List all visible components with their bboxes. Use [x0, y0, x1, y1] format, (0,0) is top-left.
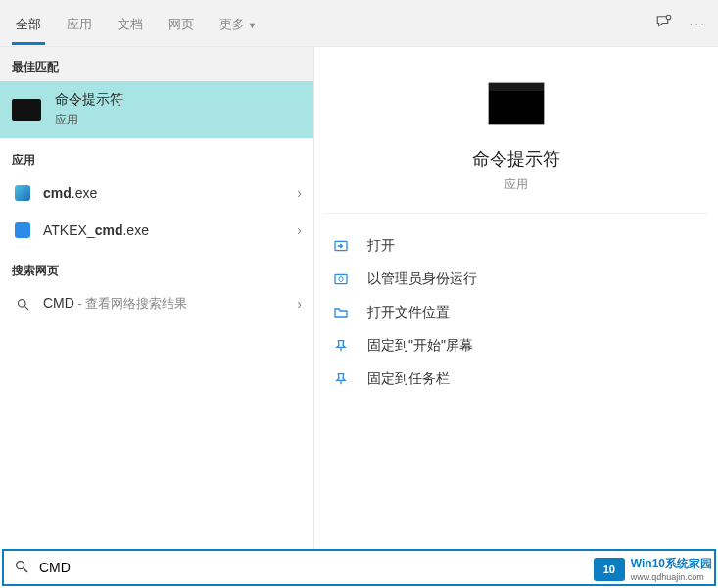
- app-icon: [14, 221, 31, 239]
- search-icon: [14, 295, 31, 313]
- action-run-admin[interactable]: 以管理员身份运行: [322, 263, 710, 296]
- action-list: 打开 以管理员身份运行 打开文件位置 固定到"开始"屏幕 固定到任务栏: [314, 214, 718, 412]
- web-search-result[interactable]: CMD - 查看网络搜索结果 ›: [0, 285, 313, 322]
- svg-line-8: [24, 568, 27, 572]
- best-match-item[interactable]: 命令提示符 应用: [0, 81, 313, 138]
- tab-apps[interactable]: 应用: [63, 2, 96, 44]
- svg-point-0: [667, 15, 672, 20]
- cmd-icon: [12, 99, 41, 121]
- chevron-right-icon: ›: [297, 185, 302, 201]
- header-tabs-bar: 全部 应用 文档 网页 更多▼ ···: [0, 0, 718, 47]
- action-pin-start[interactable]: 固定到"开始"屏幕: [322, 329, 710, 363]
- web-label: CMD - 查看网络搜索结果: [43, 295, 285, 313]
- folder-icon: [332, 304, 350, 321]
- action-open[interactable]: 打开: [322, 229, 710, 263]
- section-best-match: 最佳匹配: [0, 47, 313, 81]
- chevron-right-icon: ›: [297, 222, 302, 238]
- chevron-down-icon: ▼: [248, 21, 257, 30]
- action-label: 以管理员身份运行: [367, 270, 477, 288]
- detail-pane: 命令提示符 应用 打开 以管理员身份运行 打开文件位置 固定到"开始"屏幕: [313, 47, 718, 549]
- shield-icon: [332, 270, 350, 288]
- detail-title: 命令提示符: [472, 147, 560, 171]
- results-pane: 最佳匹配 命令提示符 应用 应用 cmd.exe › ATKEX_cmd.exe…: [0, 47, 313, 549]
- action-open-location[interactable]: 打开文件位置: [322, 296, 710, 329]
- chevron-right-icon: ›: [297, 296, 302, 312]
- best-match-subtitle: 应用: [55, 112, 123, 128]
- section-web: 搜索网页: [0, 249, 313, 285]
- app-label: ATKEX_cmd.exe: [43, 222, 285, 238]
- best-match-title: 命令提示符: [55, 91, 123, 109]
- action-label: 固定到任务栏: [367, 370, 450, 388]
- search-bar[interactable]: [2, 549, 716, 586]
- more-options-icon[interactable]: ···: [689, 16, 706, 31]
- svg-line-2: [24, 306, 28, 310]
- svg-point-1: [18, 299, 25, 307]
- app-result-atkex[interactable]: ATKEX_cmd.exe ›: [0, 212, 313, 249]
- detail-subtitle: 应用: [504, 176, 528, 193]
- pin-icon: [332, 370, 350, 388]
- action-label: 固定到"开始"屏幕: [367, 337, 473, 355]
- tab-more[interactable]: 更多▼: [215, 2, 261, 44]
- detail-card: 命令提示符 应用: [324, 55, 708, 214]
- search-input[interactable]: [39, 560, 704, 575]
- action-label: 打开: [367, 237, 395, 255]
- tab-all[interactable]: 全部: [12, 2, 45, 44]
- content-area: 最佳匹配 命令提示符 应用 应用 cmd.exe › ATKEX_cmd.exe…: [0, 47, 718, 549]
- tab-web[interactable]: 网页: [165, 2, 198, 44]
- open-icon: [332, 237, 350, 255]
- header-actions: ···: [655, 13, 706, 33]
- cmd-large-icon: [488, 82, 545, 125]
- best-match-text: 命令提示符 应用: [55, 91, 123, 128]
- tab-documents[interactable]: 文档: [114, 2, 147, 44]
- window-icon: [14, 184, 31, 202]
- tab-group: 全部 应用 文档 网页 更多▼: [12, 2, 655, 44]
- action-pin-taskbar[interactable]: 固定到任务栏: [322, 363, 710, 396]
- action-label: 打开文件位置: [367, 304, 450, 321]
- svg-point-7: [17, 561, 24, 568]
- pin-icon: [332, 337, 350, 355]
- feedback-icon[interactable]: [655, 13, 673, 33]
- section-apps: 应用: [0, 138, 313, 174]
- app-result-cmd[interactable]: cmd.exe ›: [0, 174, 313, 212]
- app-label: cmd.exe: [43, 185, 285, 201]
- search-icon: [14, 559, 29, 577]
